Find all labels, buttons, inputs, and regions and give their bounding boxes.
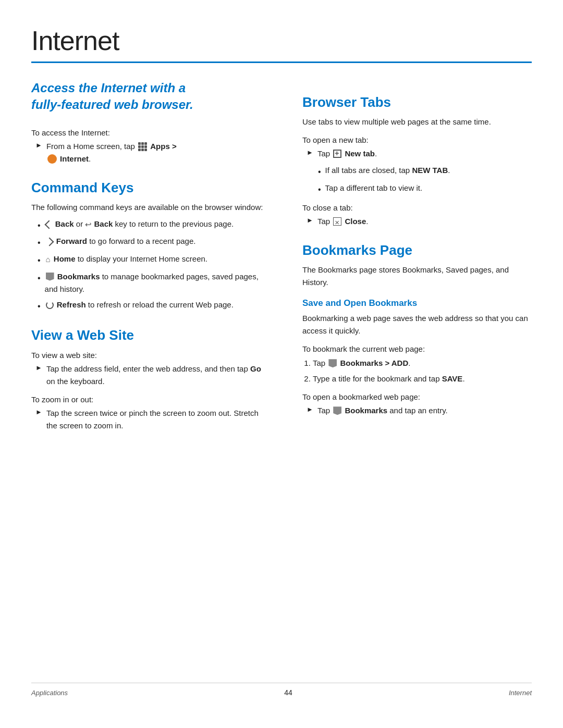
- command-keys-intro: The following command keys are available…: [31, 201, 271, 214]
- close-tab-step: ► Tap Close.: [307, 215, 532, 228]
- bookmark-label2: To open a bookmarked web page:: [302, 392, 532, 401]
- home-icon: ⌂: [46, 253, 51, 266]
- command-keys-list: • Back or ↩ Back key to return to the pr…: [38, 218, 271, 313]
- tab-bullet-1: If all tabs are closed, tap NEW TAB.: [325, 164, 450, 177]
- bookmark-steps: Tap Bookmarks > ADD. Type a title for th…: [313, 356, 532, 385]
- new-tab-icon: [333, 150, 341, 158]
- save-open-intro: Bookmarking a web page saves the web add…: [302, 312, 532, 337]
- close-tab-label: To close a tab:: [302, 203, 532, 212]
- forward-icon: [45, 238, 54, 246]
- bullet-icon: •: [318, 183, 321, 196]
- new-tab-text: Tap New tab.: [317, 147, 377, 160]
- title-divider: [31, 61, 532, 63]
- list-item: • Forward to go forward to a recent page…: [38, 235, 271, 250]
- tab-bullet-2: Tap a different tab to view it.: [325, 182, 423, 194]
- back-item-text: Back or ↩ Back key to return to the prev…: [45, 218, 234, 231]
- tab-bullets: • If all tabs are closed, tap NEW TAB. •…: [318, 164, 532, 196]
- bookmarks-icon: [328, 359, 337, 367]
- list-item: Type a title for the bookmark and tap SA…: [313, 372, 532, 386]
- arrow-icon: ►: [35, 141, 42, 149]
- arrow-icon: ►: [307, 149, 313, 156]
- footer-center: 44: [284, 688, 292, 697]
- page: Internet Access the Internet with a full…: [0, 0, 563, 728]
- apps-icon: [138, 142, 147, 151]
- command-keys-heading: Command Keys: [31, 180, 271, 196]
- tagline: Access the Internet with a fully-feature…: [31, 80, 271, 114]
- footer-left: Applications: [31, 689, 68, 697]
- list-item: Tap Bookmarks > ADD.: [313, 356, 532, 370]
- home-item-text: ⌂ Home to display your Internet Home scr…: [45, 253, 207, 266]
- bullet-icon: •: [318, 165, 321, 179]
- view-web-site-heading: View a Web Site: [31, 327, 271, 343]
- refresh-item-text: Refresh to refresh or reload the current…: [45, 299, 234, 311]
- browser-tabs-intro: Use tabs to view multiple web pages at t…: [302, 116, 532, 128]
- close-x-icon: [333, 217, 341, 226]
- list-item: • Bookmarks to manage bookmarked pages, …: [38, 270, 271, 295]
- bullet-icon: •: [38, 219, 41, 232]
- two-column-layout: Access the Internet with a fully-feature…: [31, 80, 532, 683]
- bookmarks-page-intro: The Bookmarks page stores Bookmarks, Sav…: [302, 264, 532, 289]
- close-tab-text: Tap Close.: [317, 215, 369, 228]
- view-step1: ► Tap the address field, enter the web a…: [35, 363, 271, 388]
- new-tab-step: ► Tap New tab.: [307, 147, 532, 160]
- arrow-icon: ►: [35, 364, 42, 372]
- view-step2-text: Tap the screen twice or pinch the screen…: [46, 407, 271, 432]
- bookmarks-icon: [333, 406, 341, 415]
- arrow-icon: ►: [307, 405, 313, 413]
- access-step: ► From a Home screen, tap Apps > Interne…: [35, 140, 271, 165]
- bookmarks-icon: [46, 273, 54, 281]
- open-bookmark-step: ► Tap Bookmarks and tap an entry.: [307, 404, 532, 417]
- list-item: • Refresh to refresh or reload the curre…: [38, 299, 271, 313]
- new-tab-label: To open a new tab:: [302, 135, 532, 144]
- bookmarks-item-text: Bookmarks to manage bookmarked pages, sa…: [45, 270, 271, 295]
- arrow-icon: ►: [35, 408, 42, 416]
- list-item: • ⌂ Home to display your Internet Home s…: [38, 253, 271, 267]
- internet-icon: [47, 154, 57, 164]
- bullet-icon: •: [38, 272, 41, 285]
- view-label2: To zoom in or out:: [31, 395, 271, 404]
- save-open-subheading: Save and Open Bookmarks: [302, 298, 532, 309]
- bullet-icon: •: [38, 254, 41, 267]
- footer: Applications 44 Internet: [31, 683, 532, 697]
- view-step1-text: Tap the address field, enter the web add…: [46, 363, 271, 388]
- list-item: • Back or ↩ Back key to return to the pr…: [38, 218, 271, 232]
- list-item: • If all tabs are closed, tap NEW TAB.: [318, 164, 532, 179]
- arrow-icon: ►: [307, 216, 313, 224]
- list-item: • Tap a different tab to view it.: [318, 182, 532, 196]
- access-label: To access the Internet:: [31, 128, 271, 137]
- view-step2: ► Tap the screen twice or pinch the scre…: [35, 407, 271, 432]
- back-chevron-icon: [44, 220, 53, 229]
- bullet-icon: •: [38, 236, 41, 250]
- bookmark-label1: To bookmark the current web page:: [302, 344, 532, 353]
- right-column: Browser Tabs Use tabs to view multiple w…: [302, 80, 532, 683]
- back-arrow-icon: ↩: [85, 218, 92, 231]
- bookmarks-page-heading: Bookmarks Page: [302, 242, 532, 258]
- bullet-icon: •: [38, 300, 41, 313]
- left-column: Access the Internet with a fully-feature…: [31, 80, 271, 683]
- apps-label: Apps >: [150, 142, 176, 151]
- footer-right: Internet: [509, 689, 532, 697]
- internet-label: Internet: [60, 154, 89, 163]
- browser-tabs-heading: Browser Tabs: [302, 94, 532, 110]
- open-bookmark-text: Tap Bookmarks and tap an entry.: [317, 404, 448, 417]
- page-title: Internet: [31, 25, 532, 56]
- refresh-icon: [46, 301, 54, 309]
- access-step-text: From a Home screen, tap Apps > Internet.: [46, 140, 177, 165]
- view-label1: To view a web site:: [31, 351, 271, 360]
- forward-item-text: Forward to go forward to a recent page.: [45, 235, 196, 248]
